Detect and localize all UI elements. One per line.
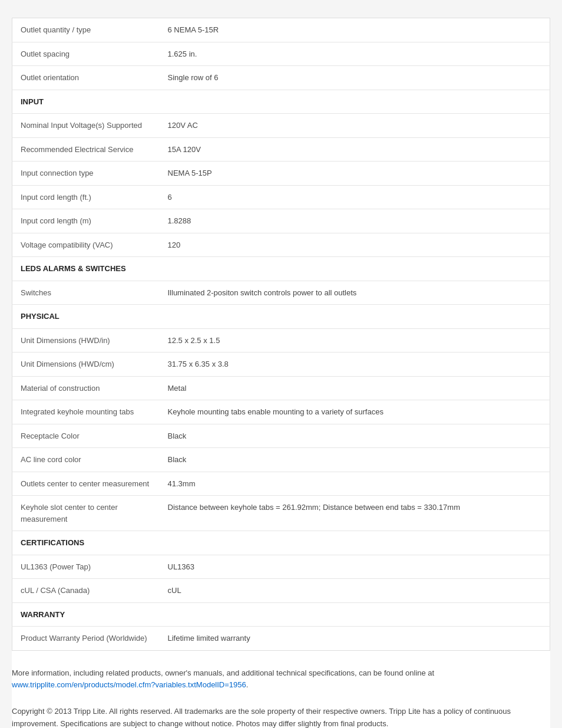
spec-label: Receptacle Color: [12, 424, 160, 448]
table-row: Input connection typeNEMA 5-15P: [12, 162, 550, 186]
spec-label: Outlet spacing: [12, 42, 160, 66]
section-header-label: LEDS ALARMS & SWITCHES: [12, 257, 550, 281]
spec-value: NEMA 5-15P: [160, 162, 550, 186]
table-row: Voltage compatibility (VAC)120: [12, 233, 550, 257]
spec-label: cUL / CSA (Canada): [12, 579, 160, 603]
spec-value: 12.5 x 2.5 x 1.5: [160, 328, 550, 353]
footer-info-text: More information, including related prod…: [12, 668, 434, 677]
spec-table: Outlet quantity / type6 NEMA 5-15ROutlet…: [12, 18, 550, 651]
table-row: Material of constructionMetal: [12, 376, 550, 400]
table-row: Outlet orientationSingle row of 6: [12, 66, 550, 90]
spec-label: Recommended Electrical Service: [12, 137, 160, 162]
spec-label: Input connection type: [12, 162, 160, 186]
copyright-text: Copyright © 2013 Tripp Lite. All rights …: [12, 706, 550, 728]
footer-link[interactable]: www.tripplite.com/en/products/model.cfm?…: [12, 680, 246, 689]
table-row: cUL / CSA (Canada)cUL: [12, 579, 550, 603]
table-row: Product Warranty Period (Worldwide)Lifet…: [12, 627, 550, 651]
footer-info: More information, including related prod…: [12, 667, 550, 692]
spec-value: Metal: [160, 376, 550, 400]
spec-label: Outlet quantity / type: [12, 18, 160, 42]
spec-value: 15A 120V: [160, 137, 550, 162]
table-row: Unit Dimensions (HWD/in)12.5 x 2.5 x 1.5: [12, 328, 550, 353]
section-header-row: WARRANTY: [12, 602, 550, 627]
spec-label: Switches: [12, 281, 160, 305]
spec-label: Input cord length (ft.): [12, 185, 160, 209]
spec-value: 6 NEMA 5-15R: [160, 18, 550, 42]
table-row: Input cord length (ft.)6: [12, 185, 550, 209]
spec-value: Lifetime limited warranty: [160, 627, 550, 651]
table-row: Outlets center to center measurement41.3…: [12, 472, 550, 496]
table-row: Integrated keyhole mounting tabsKeyhole …: [12, 400, 550, 424]
spec-label: Product Warranty Period (Worldwide): [12, 627, 160, 651]
spec-value: Illuminated 2-positon switch controls po…: [160, 281, 550, 305]
spec-label: Voltage compatibility (VAC): [12, 233, 160, 257]
table-row: Recommended Electrical Service15A 120V: [12, 137, 550, 162]
table-row: AC line cord colorBlack: [12, 448, 550, 472]
spec-label: Outlets center to center measurement: [12, 472, 160, 496]
section-header-row: PHYSICAL: [12, 305, 550, 329]
spec-value: 120V AC: [160, 114, 550, 138]
section-header-label: INPUT: [12, 90, 550, 114]
spec-value: 1.8288: [160, 209, 550, 233]
table-row: SwitchesIlluminated 2-positon switch con…: [12, 281, 550, 305]
spec-label: AC line cord color: [12, 448, 160, 472]
spec-label: Unit Dimensions (HWD/cm): [12, 353, 160, 377]
spec-value: Keyhole mounting tabs enable mounting to…: [160, 400, 550, 424]
spec-label: Outlet orientation: [12, 66, 160, 90]
table-row: Outlet spacing1.625 in.: [12, 42, 550, 66]
table-row: Outlet quantity / type6 NEMA 5-15R: [12, 18, 550, 42]
spec-value: 31.75 x 6.35 x 3.8: [160, 353, 550, 377]
table-row: Keyhole slot center to center measuremen…: [12, 496, 550, 531]
table-row: Nominal Input Voltage(s) Supported120V A…: [12, 114, 550, 138]
spec-label: Unit Dimensions (HWD/in): [12, 328, 160, 353]
spec-value: 6: [160, 185, 550, 209]
page-container: Outlet quantity / type6 NEMA 5-15ROutlet…: [12, 18, 550, 728]
section-header-label: WARRANTY: [12, 602, 550, 627]
spec-value: Black: [160, 424, 550, 448]
spec-value: 1.625 in.: [160, 42, 550, 66]
spec-value: Black: [160, 448, 550, 472]
spec-value: Single row of 6: [160, 66, 550, 90]
spec-value: 120: [160, 233, 550, 257]
section-header-label: PHYSICAL: [12, 305, 550, 329]
spec-value: cUL: [160, 579, 550, 603]
table-row: Unit Dimensions (HWD/cm)31.75 x 6.35 x 3…: [12, 353, 550, 377]
spec-value: UL1363: [160, 555, 550, 579]
spec-label: Nominal Input Voltage(s) Supported: [12, 114, 160, 138]
spec-value: Distance between keyhole tabs = 261.92mm…: [160, 496, 550, 531]
section-header-label: CERTIFICATIONS: [12, 531, 550, 555]
spec-value: 41.3mm: [160, 472, 550, 496]
section-header-row: INPUT: [12, 90, 550, 114]
table-row: UL1363 (Power Tap)UL1363: [12, 555, 550, 579]
spec-label: Keyhole slot center to center measuremen…: [12, 496, 160, 531]
spec-label: Material of construction: [12, 376, 160, 400]
section-header-row: LEDS ALARMS & SWITCHES: [12, 257, 550, 281]
spec-label: Integrated keyhole mounting tabs: [12, 400, 160, 424]
table-row: Receptacle ColorBlack: [12, 424, 550, 448]
spec-label: Input cord length (m): [12, 209, 160, 233]
spec-label: UL1363 (Power Tap): [12, 555, 160, 579]
table-row: Input cord length (m)1.8288: [12, 209, 550, 233]
section-header-row: CERTIFICATIONS: [12, 531, 550, 555]
